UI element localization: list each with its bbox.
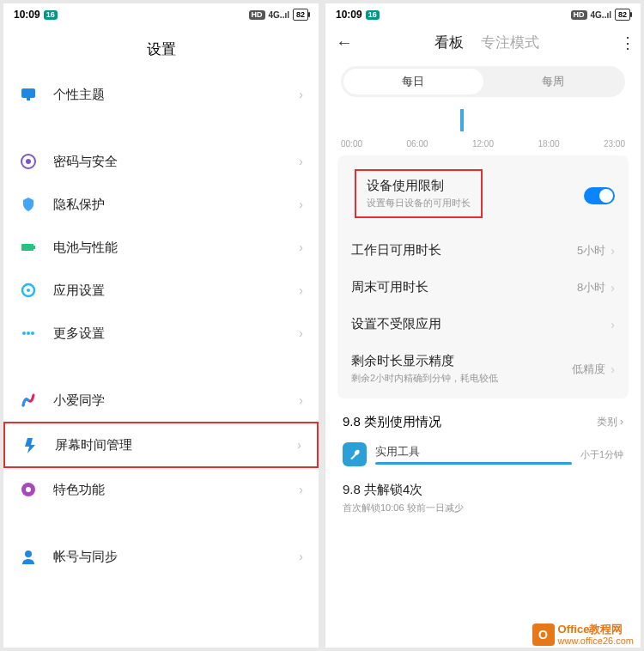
signal-icon: 4G..ıl bbox=[269, 10, 289, 20]
settings-item-security[interactable]: 密码与安全 › bbox=[3, 140, 319, 183]
unlock-section[interactable]: 9.8 共解锁4次 首次解锁10:06 较前一日减少 bbox=[325, 473, 641, 523]
settings-item-label: 密码与安全 bbox=[53, 154, 299, 170]
account-icon bbox=[19, 547, 38, 566]
tools-icon bbox=[343, 442, 367, 466]
workday-limit-row[interactable]: 工作日可用时长 5小时 › bbox=[337, 232, 629, 269]
status-bar: 10:09 16 HD 4G..ıl 82 bbox=[3, 3, 319, 26]
row-title: 设置不受限应用 bbox=[351, 316, 611, 332]
timeline-labels: 00:00 06:00 12:00 18:00 23:00 bbox=[341, 139, 625, 149]
settings-item-theme[interactable]: 个性主题 › bbox=[3, 73, 319, 116]
precision-row[interactable]: 剩余时长显示精度 剩余2小时内精确到分钟，耗电较低 低精度 › bbox=[337, 343, 629, 395]
usage-item[interactable]: 实用工具 小于1分钟 bbox=[325, 435, 641, 473]
screentime-screen: 10:09 16 HD 4G..ıl 82 ← 看板 专注模式 ⋮ 每日 每周 … bbox=[325, 3, 641, 648]
settings-list[interactable]: 个性主题 › 密码与安全 › 隐私保护 › bbox=[3, 73, 319, 648]
xiaoai-icon bbox=[19, 391, 38, 410]
section-header-tag[interactable]: 类别 › bbox=[597, 415, 623, 429]
device-limit-toggle[interactable] bbox=[584, 187, 615, 204]
timeline-bar bbox=[460, 109, 464, 131]
svg-rect-5 bbox=[33, 246, 35, 249]
chevron-right-icon: › bbox=[299, 240, 303, 254]
theme-icon bbox=[19, 85, 38, 104]
highlight-box: 设备使用限制 设置每日设备的可用时长 bbox=[355, 169, 483, 218]
chevron-right-icon: › bbox=[299, 550, 303, 563]
row-sub: 设置每日设备的可用时长 bbox=[367, 197, 471, 210]
usage-time: 小于1分钟 bbox=[580, 448, 623, 461]
chevron-right-icon: › bbox=[299, 326, 303, 340]
row-value: 低精度 bbox=[572, 362, 605, 377]
status-time: 10:09 bbox=[336, 9, 362, 21]
chevron-right-icon: › bbox=[299, 155, 303, 168]
unlock-sub: 首次解锁10:06 较前一日减少 bbox=[343, 502, 623, 514]
section-header-title: 9.8 类别使用情况 bbox=[343, 414, 441, 430]
settings-group: 小爱同学 › 屏幕时间管理 › 特色功能 › bbox=[3, 379, 319, 511]
tab-focus[interactable]: 专注模式 bbox=[481, 33, 539, 52]
timeline-tick: 23:00 bbox=[604, 139, 625, 149]
status-app-badge: 16 bbox=[366, 10, 380, 20]
settings-group: 个性主题 › bbox=[3, 73, 319, 116]
row-title: 剩余时长显示精度 bbox=[351, 353, 572, 369]
row-title: 周末可用时长 bbox=[351, 279, 577, 295]
hd-icon: HD bbox=[571, 10, 587, 20]
watermark-url: www.office26.com bbox=[558, 636, 634, 646]
settings-item-label: 帐号与同步 bbox=[53, 549, 299, 565]
settings-item-xiaoai[interactable]: 小爱同学 › bbox=[3, 379, 319, 422]
usage-name: 实用工具 bbox=[375, 444, 572, 459]
svg-point-13 bbox=[25, 551, 32, 557]
segment-weekly[interactable]: 每周 bbox=[483, 69, 623, 94]
settings-item-apps[interactable]: 应用设置 › bbox=[3, 269, 319, 312]
status-app-badge: 16 bbox=[44, 10, 58, 20]
back-button[interactable]: ← bbox=[336, 33, 353, 52]
settings-item-label: 特色功能 bbox=[53, 482, 299, 498]
timeline-tick: 06:00 bbox=[406, 139, 428, 149]
top-nav: ← 看板 专注模式 ⋮ bbox=[325, 26, 641, 59]
tab-dashboard[interactable]: 看板 bbox=[434, 33, 464, 52]
settings-item-label: 个性主题 bbox=[53, 87, 299, 103]
row-value: 8小时 bbox=[577, 280, 605, 295]
timeline-tick: 00:00 bbox=[341, 139, 362, 149]
chevron-right-icon: › bbox=[611, 281, 615, 295]
settings-item-more[interactable]: 更多设置 › bbox=[3, 312, 319, 355]
svg-point-3 bbox=[26, 159, 31, 164]
timeline-tick: 18:00 bbox=[538, 139, 559, 149]
privacy-icon bbox=[19, 195, 38, 214]
settings-item-feature[interactable]: 特色功能 › bbox=[3, 468, 319, 511]
usage-timeline[interactable]: 00:00 06:00 12:00 18:00 23:00 bbox=[341, 106, 625, 149]
svg-rect-4 bbox=[21, 244, 33, 251]
watermark-title: Office教程网 bbox=[558, 624, 634, 636]
apps-icon bbox=[19, 281, 38, 300]
settings-item-label: 更多设置 bbox=[53, 326, 299, 342]
settings-item-account[interactable]: 帐号与同步 › bbox=[3, 535, 319, 578]
settings-item-screentime[interactable]: 屏幕时间管理 › bbox=[3, 422, 319, 468]
segment-control[interactable]: 每日 每周 bbox=[341, 66, 625, 97]
settings-screen: 10:09 16 HD 4G..ıl 82 设置 个性主题 › bbox=[3, 3, 319, 648]
more-icon bbox=[19, 324, 38, 343]
usage-section-header[interactable]: 9.8 类别使用情况 类别 › bbox=[325, 405, 641, 435]
unrestricted-apps-row[interactable]: 设置不受限应用 › bbox=[337, 306, 629, 343]
settings-item-label: 隐私保护 bbox=[53, 197, 299, 213]
usage-bar bbox=[375, 462, 572, 465]
svg-rect-1 bbox=[27, 98, 30, 100]
svg-point-7 bbox=[27, 289, 30, 292]
settings-item-privacy[interactable]: 隐私保护 › bbox=[3, 183, 319, 226]
row-title: 设备使用限制 bbox=[367, 178, 471, 194]
svg-point-9 bbox=[27, 332, 30, 335]
more-menu-button[interactable]: ⋮ bbox=[620, 33, 630, 52]
settings-group: 帐号与同步 › bbox=[3, 535, 319, 578]
weekend-limit-row[interactable]: 周末可用时长 8小时 › bbox=[337, 269, 629, 306]
settings-item-battery[interactable]: 电池与性能 › bbox=[3, 226, 319, 269]
row-value: 5小时 bbox=[577, 243, 605, 259]
feature-icon bbox=[19, 480, 38, 499]
device-limit-row[interactable]: 设备使用限制 设置每日设备的可用时长 bbox=[337, 159, 629, 232]
svg-point-10 bbox=[31, 332, 34, 335]
segment-daily[interactable]: 每日 bbox=[343, 69, 483, 94]
row-title: 工作日可用时长 bbox=[351, 242, 577, 259]
settings-item-label: 应用设置 bbox=[53, 283, 299, 299]
page-title: 设置 bbox=[3, 26, 319, 73]
watermark: O Office教程网 www.office26.com bbox=[529, 622, 637, 648]
status-time: 10:09 bbox=[14, 9, 40, 21]
battery-indicator: 82 bbox=[293, 9, 308, 21]
timeline-tick: 12:00 bbox=[472, 139, 494, 149]
chevron-right-icon: › bbox=[299, 88, 303, 101]
chevron-right-icon: › bbox=[299, 483, 303, 496]
chevron-right-icon: › bbox=[299, 198, 303, 211]
